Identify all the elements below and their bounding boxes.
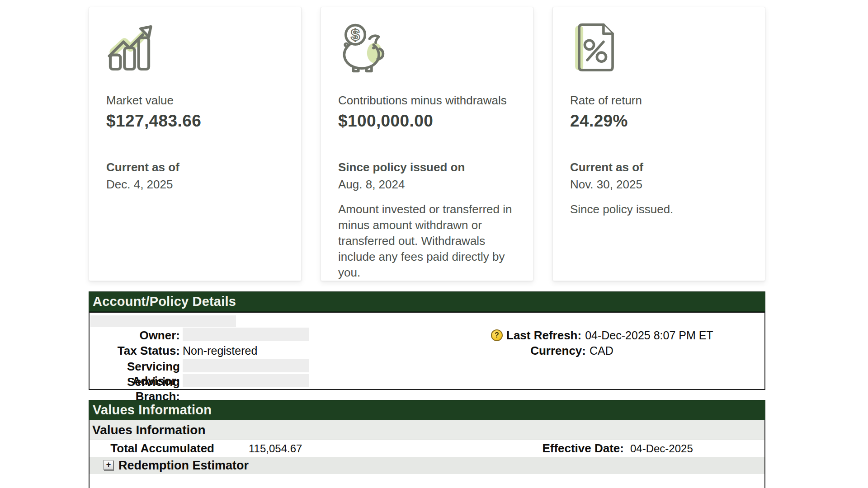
account-policy-details-box: Owner: Tax Status: Non-registered Servic… [89, 312, 765, 390]
card-caption: Since policy issued on Aug. 8, 2024 [338, 160, 516, 192]
card-caption: Current as of Dec. 4, 2025 [106, 160, 284, 192]
card-title: Rate of return [570, 93, 748, 108]
effective-date-label: Effective Date: [542, 440, 624, 457]
growth-chart-icon [106, 23, 157, 73]
svg-text:$: $ [351, 26, 360, 44]
tax-status-label: Tax Status: [90, 343, 180, 358]
question-mark-icon[interactable]: ? [491, 329, 503, 341]
account-overview-page: { "cards": [ { "icon": "growth-chart-ico… [0, 0, 868, 488]
redacted-owner-value [183, 328, 309, 341]
caption-label: Since policy issued on [338, 160, 516, 174]
values-information-box: Values Information Total Accumulated Val… [89, 420, 765, 488]
last-refresh-row: ? Last Refresh: 04-Dec-2025 8:07 PM ET [491, 328, 713, 343]
values-information-subheader: Values Information [90, 420, 764, 440]
servicing-advisor-row: Servicing Advisor: [90, 359, 764, 374]
summary-cards-row: Market value $127,483.66 Current as of D… [89, 7, 765, 281]
card-title: Market value [106, 93, 284, 108]
piggy-bank-icon: $ [338, 23, 389, 73]
percent-document-icon [570, 23, 621, 73]
redacted-policy-strip [90, 315, 236, 327]
rate-of-return-card: Rate of return 24.29% Current as of Nov.… [552, 7, 765, 281]
card-title: Contributions minus withdrawals [338, 93, 516, 108]
contributions-amount: $100,000.00 [338, 111, 516, 131]
caption-label: Current as of [570, 160, 748, 174]
card-caption: Current as of Nov. 30, 2025 [570, 160, 748, 192]
total-accumulated-value: 115,054.67 [249, 440, 302, 457]
rate-of-return-amount: 24.29% [570, 111, 748, 131]
servicing-branch-label: Servicing Branch: [90, 375, 180, 404]
total-accumulated-value-row: Total Accumulated Value: 115,054.67 Effe… [90, 440, 764, 457]
card-description: Since policy issued. [570, 202, 748, 217]
values-information-header: Values Information [89, 400, 765, 420]
tax-status-value: Non-registered [183, 343, 257, 358]
contributions-card: $ Contributions minus withdrawals $100,0… [321, 7, 533, 281]
currency-value: CAD [590, 343, 613, 358]
redemption-estimator-label: Redemption Estimator [118, 457, 249, 474]
market-value-card: Market value $127,483.66 Current as of D… [89, 7, 302, 281]
effective-date-value: 04-Dec-2025 [630, 440, 693, 457]
caption-label: Current as of [106, 160, 284, 174]
owner-label: Owner: [90, 328, 180, 343]
last-refresh-label: Last Refresh: [506, 328, 581, 343]
currency-label: Currency: [491, 343, 586, 358]
currency-row: Currency: CAD [491, 343, 613, 358]
market-value-amount: $127,483.66 [106, 111, 284, 131]
redemption-estimator-row[interactable]: + Redemption Estimator [90, 457, 764, 474]
redacted-advisor-value [183, 359, 309, 372]
redacted-branch-value [183, 374, 309, 387]
servicing-branch-row: Servicing Branch: [90, 375, 764, 389]
tax-status-row: Tax Status: Non-registered [90, 343, 764, 358]
plus-expand-icon[interactable]: + [104, 460, 113, 470]
caption-date: Dec. 4, 2025 [106, 177, 284, 192]
caption-date: Aug. 8, 2024 [338, 177, 516, 192]
card-description: Amount invested or transferred in minus … [338, 202, 516, 281]
caption-date: Nov. 30, 2025 [570, 177, 748, 192]
last-refresh-value: 04-Dec-2025 8:07 PM ET [585, 328, 713, 343]
account-policy-details-header: Account/Policy Details [89, 291, 765, 312]
